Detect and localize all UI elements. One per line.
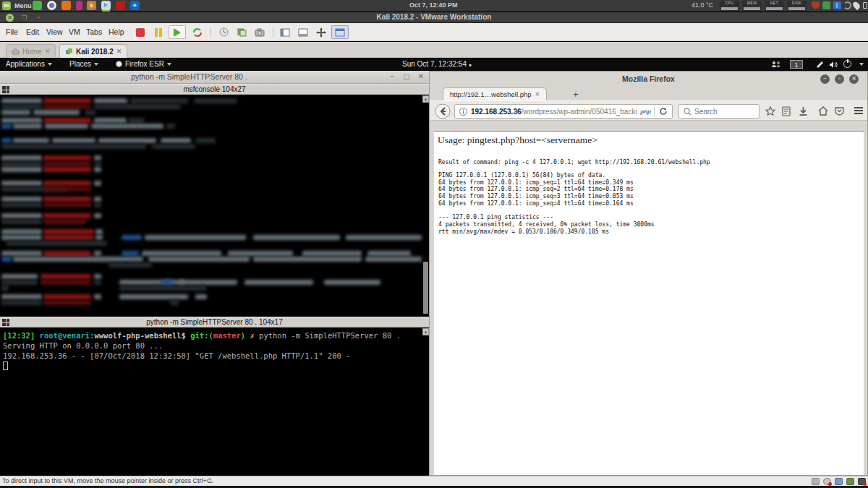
- menu-help[interactable]: Help: [109, 27, 124, 36]
- httpserver-pane[interactable]: [12:32] root@venari:wwwolf-php-webshell$…: [0, 328, 429, 476]
- show-library-button[interactable]: [278, 25, 292, 39]
- bluetooth-tray-icon[interactable]: ᛒ: [833, 1, 841, 9]
- power-off-button[interactable]: [134, 25, 147, 39]
- firefox-esr-menu[interactable]: Firefox ESR: [116, 60, 171, 68]
- unity-mode-button[interactable]: [331, 25, 349, 39]
- search-bar[interactable]: [678, 104, 760, 119]
- tab-kali-close-icon[interactable]: ✕: [116, 48, 122, 55]
- host-clock[interactable]: Oct 7, 12:40 PM: [409, 1, 458, 9]
- power-on-button[interactable]: [169, 25, 186, 39]
- menu-file[interactable]: File: [6, 27, 18, 36]
- msfconsole-pane[interactable]: ▲: [0, 95, 429, 316]
- mint-menu-icon[interactable]: lm: [2, 1, 11, 10]
- url-bar[interactable]: 192.168.253.36/wordpress/wp-admin/050416…: [454, 104, 673, 119]
- terminal-close-icon[interactable]: ✕: [416, 72, 426, 80]
- menu-vm[interactable]: VM: [69, 27, 80, 36]
- terminal-maximize-icon[interactable]: ▢: [401, 72, 412, 80]
- firefox-minimize-icon[interactable]: −: [820, 74, 830, 84]
- device-disk2-icon[interactable]: [846, 478, 854, 485]
- site-info-icon[interactable]: [459, 108, 467, 116]
- msfconsole-split-bar[interactable]: msfconsole 104x27: [0, 84, 429, 95]
- bookmark-star-icon[interactable]: [765, 106, 775, 116]
- volume-icon[interactable]: [829, 61, 838, 69]
- terminal-minimize-icon[interactable]: −: [387, 72, 397, 80]
- tab-home-close-icon[interactable]: ✕: [45, 48, 51, 55]
- take-snapshot-button[interactable]: [217, 25, 230, 39]
- editor-app-icon[interactable]: [116, 1, 125, 10]
- redacted-terminal-text: [94, 202, 101, 207]
- kali-clock[interactable]: Sun Oct 7, 12:32:54 ●: [402, 60, 472, 68]
- cpu-monitor[interactable]: CPU: [720, 1, 739, 11]
- firefox-titlebar[interactable]: Mozilla Firefox − ▫ ✕: [430, 72, 867, 87]
- shell-cursor-line: [3, 361, 426, 371]
- workspace-indicator[interactable]: 1: [790, 60, 803, 69]
- urlbar-separator: [654, 106, 655, 116]
- sync-tray-icon[interactable]: [843, 1, 851, 9]
- device-network-icon[interactable]: [858, 478, 866, 485]
- redacted-terminal-text: [166, 124, 175, 129]
- hamburger-menu-icon[interactable]: [854, 106, 864, 115]
- files-app-icon[interactable]: [33, 1, 42, 10]
- finance-app-icon[interactable]: $: [87, 1, 96, 10]
- mail-app-icon[interactable]: ✈: [130, 1, 140, 10]
- search-input[interactable]: [694, 108, 745, 116]
- tab-kali[interactable]: Kali 2018.2✕: [59, 44, 127, 59]
- httpserver-split-bar[interactable]: python -m SimpleHTTPServer 80 . 104x17: [0, 317, 429, 328]
- power-icon[interactable]: [843, 60, 851, 68]
- device-sound-icon[interactable]: [835, 478, 843, 485]
- downloads-icon[interactable]: [799, 106, 808, 116]
- power-menu-caret-icon[interactable]: [859, 63, 864, 66]
- disk-monitor[interactable]: DISK: [787, 1, 807, 11]
- msf-scrollbar-thumb[interactable]: [423, 262, 428, 314]
- battery-tray-icon[interactable]: [863, 2, 867, 9]
- firefox-close-icon[interactable]: ✕: [849, 74, 859, 84]
- redacted-terminal-text: [94, 155, 101, 160]
- library-icon[interactable]: [782, 106, 791, 116]
- menu-tabs[interactable]: Tabs: [86, 27, 102, 36]
- terminal-titlebar[interactable]: python -m SimpleHTTPServer 80 . − ▢ ✕: [0, 71, 429, 84]
- scroll-up-arrow-icon[interactable]: ▲: [422, 328, 429, 335]
- firefox-maximize-icon[interactable]: ▫: [835, 74, 844, 84]
- redacted-terminal-text: [109, 262, 152, 267]
- pocket-icon[interactable]: [835, 106, 844, 116]
- redacted-terminal-text: [94, 280, 101, 285]
- vmware-titlebar[interactable]: ✕ ❐ − Kali 2018.2 - VMware Workstation: [0, 12, 868, 23]
- back-button[interactable]: [435, 103, 451, 119]
- home-icon[interactable]: [818, 106, 828, 116]
- browser-app-icon[interactable]: [61, 1, 71, 10]
- suspend-button[interactable]: [152, 25, 165, 39]
- shell-output-line: 192.168.253.36 - - [07/Oct/2018 12:32:50…: [3, 351, 426, 361]
- reload-icon[interactable]: [659, 107, 668, 116]
- redacted-terminal-text: [41, 280, 91, 285]
- location-tray-icon[interactable]: [851, 1, 861, 10]
- reset-button[interactable]: [191, 25, 204, 39]
- places-menu[interactable]: Places: [69, 60, 98, 68]
- host-menu-button[interactable]: Menu: [14, 1, 32, 10]
- shield-tray-icon[interactable]: [812, 1, 820, 9]
- redacted-terminal-text: [41, 274, 91, 279]
- mem-monitor[interactable]: MEM: [742, 1, 762, 11]
- net-monitor[interactable]: NET: [765, 1, 784, 11]
- users-indicator-icon[interactable]: [771, 61, 781, 68]
- scroll-up-arrow-icon[interactable]: ▲: [422, 95, 429, 103]
- player-app-icon[interactable]: [101, 1, 111, 10]
- chrome-app-icon[interactable]: [47, 1, 56, 10]
- color-app-icon[interactable]: [76, 1, 82, 10]
- show-console-button[interactable]: [297, 25, 310, 39]
- device-hdd-icon[interactable]: [812, 478, 820, 485]
- snapshot-manager-button[interactable]: [253, 25, 266, 39]
- device-cdrom-icon[interactable]: [823, 478, 831, 485]
- input-method-icon[interactable]: [816, 61, 824, 69]
- new-tab-button[interactable]: +: [573, 89, 579, 100]
- browser-tab[interactable]: http://192.1…webshell.php ✕: [443, 87, 547, 100]
- updates-tray-icon[interactable]: [822, 1, 830, 9]
- tab-close-icon[interactable]: ✕: [535, 91, 540, 98]
- url-text[interactable]: 192.168.253.36/wordpress/wp-admin/050416…: [471, 108, 637, 116]
- msfconsole-pane-title: msfconsole 104x27: [0, 85, 429, 93]
- revert-snapshot-button[interactable]: [235, 25, 248, 39]
- fullscreen-button[interactable]: [315, 25, 328, 39]
- applications-menu[interactable]: Applications: [6, 60, 52, 68]
- menu-view[interactable]: View: [46, 27, 63, 36]
- menu-edit[interactable]: Edit: [26, 27, 39, 36]
- tab-home[interactable]: Home✕: [6, 44, 56, 58]
